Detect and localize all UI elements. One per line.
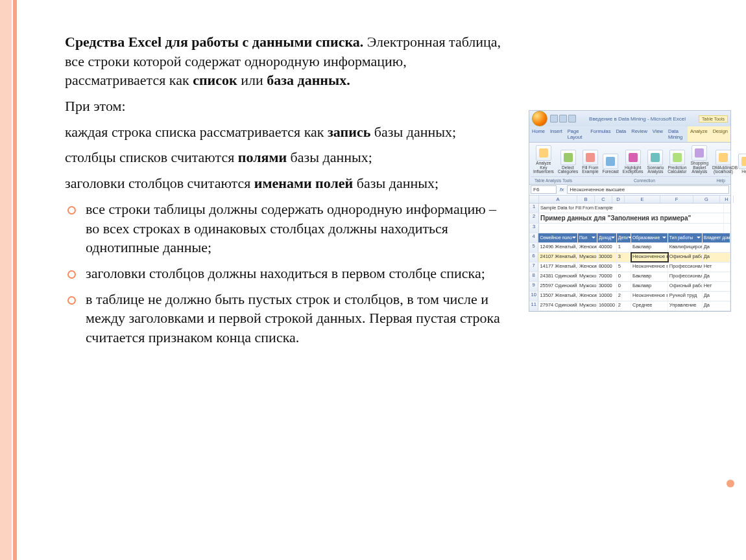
list-item: в таблице не должно быть пустых строк и … xyxy=(86,290,506,347)
ribbon-icon xyxy=(692,145,707,161)
ribbon-button[interactable]: DMAddinsDB (localhost) xyxy=(712,150,734,174)
ribbon-tab[interactable]: Analyze xyxy=(688,126,710,142)
para-2: При этом: xyxy=(39,97,506,116)
col-header[interactable]: Владеет дом xyxy=(703,233,730,242)
slide-text: Средства Excel для работы с данными спис… xyxy=(39,32,506,354)
ribbon-tab[interactable]: View xyxy=(650,126,666,142)
ribbon-icon xyxy=(647,150,663,165)
table-row: 1013507 Женатый, замужнЖенский100002Неок… xyxy=(529,292,730,301)
ribbon-icon xyxy=(560,150,576,165)
ribbon-tab[interactable]: Insert xyxy=(547,126,565,142)
para-4: столбцы списков считаются полями базы да… xyxy=(39,148,506,167)
ribbon-button[interactable]: Detect Categories xyxy=(558,150,578,174)
ribbon-icon xyxy=(669,150,685,165)
ribbon-button[interactable]: Shopping Basket Analysis xyxy=(691,145,708,174)
col-header[interactable]: Образование xyxy=(631,233,668,242)
ribbon-icon xyxy=(603,154,618,169)
col-header[interactable]: Тип работы xyxy=(668,233,703,242)
ribbon-tab[interactable]: Data xyxy=(613,126,629,142)
table-row: 1Sample Data for Fill From Example xyxy=(529,204,730,213)
ribbon-tabs: HomeInsertPage LayoutFormulasDataReviewV… xyxy=(529,126,730,143)
para-1: Средства Excel для работы с данными спис… xyxy=(39,32,506,90)
ribbon-button[interactable]: Prediction Calculator xyxy=(668,150,686,174)
ribbon-button[interactable]: Scenario Analysis xyxy=(647,150,664,174)
name-box[interactable]: F6 xyxy=(531,185,557,194)
quick-access-toolbar[interactable] xyxy=(550,115,576,122)
col-header[interactable]: Доход xyxy=(597,233,617,242)
decorative-dot xyxy=(727,480,734,487)
ribbon-tab[interactable]: Review xyxy=(629,126,650,142)
ribbon-button[interactable]: Help xyxy=(738,154,746,174)
column-headers: A B C D E F G H xyxy=(529,196,730,204)
ribbon-icon xyxy=(536,145,551,161)
ribbon-button[interactable]: Analyze Key Influencers xyxy=(533,145,554,174)
formula-input[interactable]: Неоконченное высшее xyxy=(567,185,729,194)
ribbon-icon xyxy=(716,150,731,165)
ribbon-tab[interactable]: Data Mining xyxy=(666,126,688,142)
spreadsheet-grid: A B C D E F G H 1Sample Data for Fill Fr… xyxy=(529,196,730,311)
col-header[interactable]: Семейное поло xyxy=(538,233,578,242)
ribbon-tab[interactable]: Design xyxy=(710,126,730,142)
table-row: 1127974 Одинокий(ая)Мужской1600002Средне… xyxy=(529,301,730,311)
ribbon-button[interactable]: Forecast xyxy=(603,154,619,174)
office-button-icon[interactable] xyxy=(532,111,547,126)
table-row: 512496 Женатый, замужнЖенский400001Бакла… xyxy=(529,243,730,253)
title-bold: Средства Excel для работы с данными спис… xyxy=(65,34,363,50)
ribbon-tab[interactable]: Home xyxy=(529,126,547,142)
table-row: 824381 Одинокий(ая)Мужской700000БаклаврП… xyxy=(529,272,730,282)
ribbon: Analyze Key InfluencersDetect Categories… xyxy=(529,143,730,185)
context-tab-label: Table Tools xyxy=(699,115,728,122)
ribbon-icon xyxy=(738,154,746,169)
table-row: 624107 Женатый, замужнМужской300003Неоко… xyxy=(529,253,730,262)
para-3: каждая строка списка рассматривается как… xyxy=(39,122,506,142)
window-title: Введение в Data Mining - Microsoft Excel xyxy=(579,116,696,122)
table-header-row: 4 Семейное поло Пол Доход Дети Образован… xyxy=(529,233,730,243)
ribbon-tab[interactable]: Page Layout xyxy=(565,126,588,142)
ribbon-button[interactable]: Highlight Exceptions xyxy=(623,150,644,174)
table-row: 3 xyxy=(529,224,730,233)
formula-bar: F6 fx Неоконченное высшее xyxy=(529,185,730,196)
ribbon-groups: Table Analysis Tools Connection Help xyxy=(531,176,729,183)
ribbon-icon xyxy=(625,150,641,165)
ribbon-tab[interactable]: Formulas xyxy=(588,126,613,142)
excel-screenshot: Введение в Data Mining - Microsoft Excel… xyxy=(529,110,731,312)
table-row: 925597 Одинокий(ая)Мужской300000БаклаврО… xyxy=(529,282,730,292)
title-bar: Введение в Data Mining - Microsoft Excel… xyxy=(529,111,730,126)
bullet-list: все строки таблицы должны содержать одно… xyxy=(39,200,506,347)
list-item: заголовки столбцов должны находиться в п… xyxy=(86,264,506,283)
list-item: все строки таблицы должны содержать одно… xyxy=(86,200,506,257)
col-header[interactable]: Дети xyxy=(617,233,631,242)
ribbon-icon xyxy=(583,150,598,165)
para-5: заголовки столбцов считаются именами пол… xyxy=(39,174,506,193)
table-row: 2Пример данных для "Заполнения из пример… xyxy=(529,213,730,224)
col-header[interactable]: Пол xyxy=(578,233,597,242)
fx-icon[interactable]: fx xyxy=(558,187,566,192)
ribbon-button[interactable]: Fill From Example xyxy=(582,150,598,174)
table-row: 714177 Женатый, замужнЖенский800005Неоко… xyxy=(529,262,730,272)
